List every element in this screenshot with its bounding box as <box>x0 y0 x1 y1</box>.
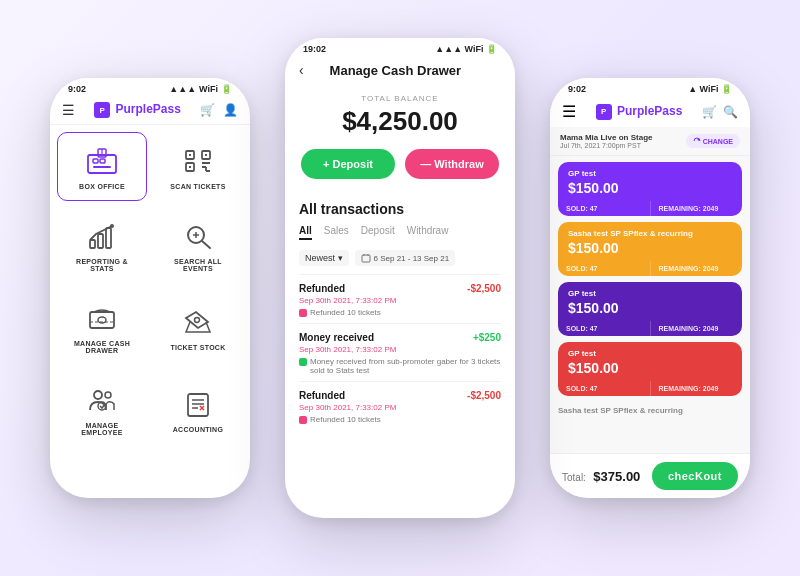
logo-icon-right: P <box>596 104 612 120</box>
status-bar-right: 9:02 ▲ WiFi 🔋 <box>550 78 750 96</box>
menu-label-ticket-stock: TICKET STOCK <box>170 344 225 351</box>
trans-date-1: Sep 30th 2021, 7:33:02 PM <box>299 296 501 305</box>
hamburger-icon[interactable]: ☰ <box>62 102 75 118</box>
ticket-card-4[interactable]: GP test $150.00 SOLD: 47 REMAINING: 2049 <box>558 342 742 396</box>
menu-item-employee[interactable]: MANAGE EMPLOYEE <box>57 371 147 447</box>
ticket-price-3: $150.00 <box>568 300 732 316</box>
cart-icon-right[interactable]: 🛒 <box>702 105 717 119</box>
trans-dot-2 <box>299 358 307 366</box>
logo-left: P PurplePass <box>94 102 181 118</box>
tab-sales[interactable]: Sales <box>324 225 349 240</box>
svg-rect-24 <box>90 312 114 328</box>
menu-item-box-office[interactable]: BOX OFFICE <box>57 132 147 201</box>
ticket-remaining-3: REMAINING: 2049 <box>651 321 743 336</box>
trans-dot-1 <box>299 309 307 317</box>
logo-icon-left: P <box>94 102 110 118</box>
menu-item-scan-tickets[interactable]: SCAN TICKETS <box>153 132 243 201</box>
menu-item-search[interactable]: SEARCH ALL EVENTS <box>153 207 243 283</box>
phone-right: 9:02 ▲ WiFi 🔋 ☰ P PurplePass 🛒 🔍 Mama Mi… <box>550 78 750 498</box>
menu-item-ticket-stock[interactable]: TICKET STOCK <box>153 289 243 365</box>
center-title: Manage Cash Drawer <box>304 63 487 78</box>
status-bar-left: 9:02 ▲▲▲ WiFi 🔋 <box>50 78 250 96</box>
checkout-button[interactable]: checKout <box>652 462 738 490</box>
transaction-item-3: Refunded -$2,500 Sep 30th 2021, 7:33:02 … <box>299 381 501 430</box>
svg-rect-31 <box>188 394 208 416</box>
menu-item-reporting[interactable]: REPORTING & STATS <box>57 207 147 283</box>
transaction-item-1: Refunded -$2,500 Sep 30th 2021, 7:33:02 … <box>299 274 501 323</box>
checkout-total-amount: $375.00 <box>593 469 640 484</box>
withdraw-button[interactable]: — Withdraw <box>405 149 499 179</box>
menu-item-cash[interactable]: MANAGE CASH DRAWER <box>57 289 147 365</box>
tab-withdraw[interactable]: Withdraw <box>407 225 449 240</box>
cart-icon[interactable]: 🛒 <box>200 103 215 117</box>
svg-point-19 <box>110 224 114 228</box>
search-icon-right[interactable]: 🔍 <box>723 105 738 119</box>
ticket-price-4: $150.00 <box>568 360 732 376</box>
reporting-icon <box>84 218 120 254</box>
box-office-icon <box>84 143 120 179</box>
ticket-name-2: Sasha test SP SPflex & recurring <box>568 229 732 238</box>
ticket-remaining-4: REMAINING: 2049 <box>651 381 743 396</box>
trans-date-3: Sep 30th 2021, 7:33:02 PM <box>299 403 501 412</box>
tab-deposit[interactable]: Deposit <box>361 225 395 240</box>
ticket-remaining-1: REMAINING: 2049 <box>651 201 743 216</box>
svg-rect-2 <box>100 159 105 163</box>
logo-right: P PurplePass <box>596 104 683 120</box>
event-date: Jul 7th, 2021 7:00pm PST <box>560 142 652 149</box>
header-icons-left: 🛒 👤 <box>200 103 238 117</box>
ticket-name-3: GP test <box>568 289 732 298</box>
scan-tickets-icon <box>180 143 216 179</box>
ticket-name-1: GP test <box>568 169 732 178</box>
svg-rect-1 <box>93 159 98 163</box>
trans-name-3: Refunded <box>299 390 345 401</box>
ticket-name-4: GP test <box>568 349 732 358</box>
trans-name-1: Refunded <box>299 283 345 294</box>
ticket-stock-icon <box>180 304 216 340</box>
trans-amount-2: +$250 <box>473 332 501 343</box>
filter-row: Newest ▾ 6 Sep 21 - 13 Sep 21 <box>299 250 501 266</box>
menu-item-accounting[interactable]: ACCOUNTING <box>153 371 243 447</box>
status-icons-left: ▲▲▲ WiFi 🔋 <box>169 84 232 94</box>
time-center: 19:02 <box>303 44 326 54</box>
trans-desc-1: Refunded 10 tickets <box>299 308 501 317</box>
hamburger-icon-right[interactable]: ☰ <box>562 102 576 121</box>
svg-rect-16 <box>90 240 95 248</box>
status-icons-center: ▲▲▲ WiFi 🔋 <box>435 44 497 54</box>
svg-rect-3 <box>93 166 111 168</box>
menu-label-search: SEARCH ALL EVENTS <box>160 258 236 272</box>
svg-rect-11 <box>189 166 191 168</box>
phone-center: 19:02 ▲▲▲ WiFi 🔋 ‹ Manage Cash Drawer TO… <box>285 38 515 518</box>
ticket-remaining-2: REMAINING: 2049 <box>651 261 743 276</box>
menu-label-accounting: ACCOUNTING <box>173 426 223 433</box>
center-header: ‹ Manage Cash Drawer <box>285 56 515 84</box>
event-title: Mama Mia Live on Stage <box>560 133 652 142</box>
trans-dot-3 <box>299 416 307 424</box>
deposit-button[interactable]: + Deposit <box>301 149 395 179</box>
ticket-sold-2: SOLD: 47 <box>558 261 651 276</box>
tab-all[interactable]: All <box>299 225 312 240</box>
time-left: 9:02 <box>68 84 86 94</box>
checkout-bar: Total: $375.00 checKout <box>550 453 750 498</box>
user-icon[interactable]: 👤 <box>223 103 238 117</box>
trans-date-2: Sep 30th 2021, 7:33:02 PM <box>299 345 501 354</box>
svg-point-29 <box>105 392 111 398</box>
menu-label-box-office: BOX OFFICE <box>79 183 125 190</box>
svg-point-27 <box>195 317 200 322</box>
change-event-button[interactable]: CHANGE <box>686 134 740 148</box>
trans-tabs: All Sales Deposit Withdraw <box>299 225 501 240</box>
cash-drawer-icon <box>84 300 120 336</box>
balance-label: TOTAL BALANCE <box>285 94 515 103</box>
date-filter[interactable]: 6 Sep 21 - 13 Sep 21 <box>355 250 456 266</box>
checkout-total-label: Total: <box>562 472 586 483</box>
menu-label-scan-tickets: SCAN TICKETS <box>170 183 225 190</box>
ticket-card-1[interactable]: GP test $150.00 SOLD: 47 REMAINING: 2049 <box>558 162 742 216</box>
ticket-card-2[interactable]: Sasha test SP SPflex & recurring $150.00… <box>558 222 742 276</box>
trans-amount-1: -$2,500 <box>467 283 501 294</box>
ticket-card-3[interactable]: GP test $150.00 SOLD: 47 REMAINING: 2049 <box>558 282 742 336</box>
svg-rect-35 <box>362 255 370 262</box>
ticket-sold-1: SOLD: 47 <box>558 201 651 216</box>
ticket-sold-4: SOLD: 47 <box>558 381 651 396</box>
transactions-section: All transactions All Sales Deposit Withd… <box>285 193 515 430</box>
filter-newest[interactable]: Newest ▾ <box>299 250 349 266</box>
ticket-price-2: $150.00 <box>568 240 732 256</box>
